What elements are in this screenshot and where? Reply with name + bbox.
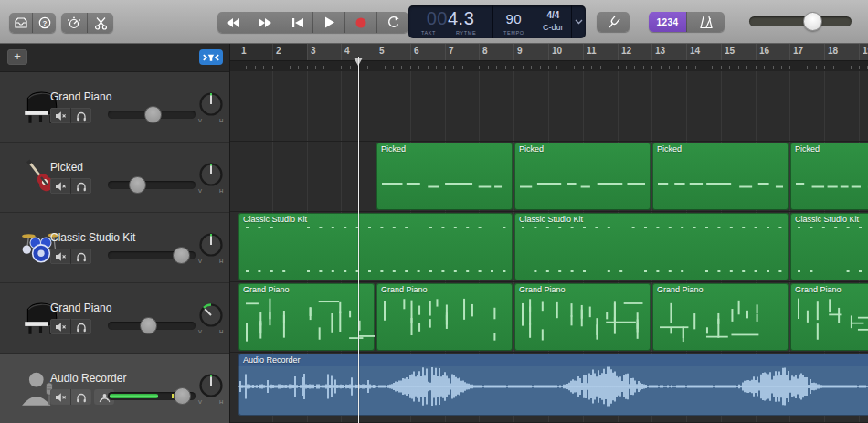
volume-knob[interactable] — [174, 387, 191, 405]
ruler-bar-separator — [272, 44, 273, 60]
pan-knob-dial — [199, 374, 223, 397]
mute-button[interactable] — [50, 319, 70, 334]
beat-tick — [833, 66, 834, 69]
master-volume-knob[interactable] — [803, 12, 822, 31]
volume-knob[interactable] — [144, 106, 162, 123]
region-picked-bar9[interactable]: Picked — [514, 143, 651, 210]
pan-knob[interactable] — [199, 303, 223, 331]
region-grand-piano-bar1[interactable]: Grand Piano — [238, 283, 375, 351]
ruler-bar-separator — [513, 44, 514, 60]
quick-help-button[interactable]: ? — [32, 13, 56, 33]
smart-controls-button[interactable] — [61, 13, 87, 33]
play-button[interactable] — [312, 12, 344, 33]
region-audio-recorder-bar1[interactable]: Audio Recorder — [238, 354, 868, 416]
track-volume-slider[interactable] — [108, 181, 196, 189]
region-picked-bar5[interactable]: Picked — [376, 143, 513, 210]
volume-knob[interactable] — [140, 317, 157, 334]
track-volume-slider[interactable] — [108, 111, 196, 119]
region-classic-studio-kit-bar1[interactable]: Classic Studio Kit — [238, 213, 513, 280]
mute-button[interactable] — [50, 389, 70, 405]
toolbar: ? — [0, 0, 868, 44]
solo-button[interactable] — [70, 249, 91, 264]
library-button[interactable] — [9, 13, 32, 33]
midi-note-preview — [790, 143, 868, 210]
region-grand-piano-bar13[interactable]: Grand Piano — [652, 283, 789, 351]
pan-right-label: H — [219, 399, 223, 405]
ruler-bar-number: 15 — [725, 46, 735, 56]
track-volume-slider[interactable] — [108, 392, 196, 400]
bar-ruler[interactable]: 12345678910111213141516171819 — [230, 44, 868, 71]
lcd-signature-section: 4/4 C-dur — [535, 5, 572, 38]
ruler-bar-number: 6 — [414, 46, 419, 56]
headphones-icon — [76, 322, 87, 333]
beat-tick — [626, 66, 627, 69]
region-classic-studio-kit-bar9[interactable]: Classic Studio Kit — [514, 213, 789, 280]
lcd-menu-button[interactable] — [571, 5, 586, 38]
mute-button[interactable] — [50, 108, 70, 123]
region-picked-bar13[interactable]: Picked — [652, 143, 789, 210]
beat-tick — [609, 66, 609, 69]
count-in-button[interactable]: 1234 — [649, 12, 686, 32]
master-volume-slider[interactable] — [749, 16, 852, 26]
track-header-classic-studio-kit-3[interactable]: Classic Studio KitVH — [0, 213, 229, 283]
mute-icon — [55, 181, 67, 192]
solo-button[interactable] — [70, 178, 91, 194]
solo-button[interactable] — [70, 389, 91, 405]
ruler-bar-separator — [479, 44, 480, 60]
go-to-beginning-button[interactable] — [281, 12, 312, 33]
region-grand-piano-bar17[interactable]: Grand Piano — [790, 283, 868, 351]
track-volume-slider[interactable] — [108, 251, 196, 259]
mute-button[interactable] — [50, 249, 70, 264]
volume-knob[interactable] — [129, 176, 146, 194]
track-header-grand-piano-4[interactable]: Grand PianoVH — [0, 283, 229, 354]
playhead-line[interactable] — [358, 57, 359, 423]
pan-knob-dial — [199, 163, 223, 186]
beat-tick — [764, 66, 765, 69]
lcd-tempo-section: 90 TEMPO — [492, 5, 535, 38]
beat-tick — [661, 66, 662, 69]
track-header-audio-recorder-5[interactable]: Audio RecorderVH — [0, 354, 229, 423]
add-track-button[interactable]: + — [7, 49, 27, 65]
ruler-bar-separator — [824, 44, 825, 60]
record-button[interactable] — [344, 12, 376, 33]
metronome-button[interactable] — [686, 12, 725, 32]
track-volume-slider[interactable] — [108, 322, 196, 330]
midi-note-preview — [514, 213, 789, 280]
pan-knob[interactable] — [199, 92, 223, 120]
fast-forward-button[interactable] — [249, 12, 281, 33]
ruler-bar-number: 10 — [552, 46, 562, 56]
region-picked-bar17[interactable]: Picked — [790, 143, 868, 210]
cycle-button[interactable] — [376, 12, 408, 33]
pan-knob[interactable] — [199, 163, 223, 190]
solo-button[interactable] — [70, 319, 91, 334]
rewind-button[interactable] — [217, 12, 249, 33]
volume-knob[interactable] — [173, 247, 190, 264]
editors-button[interactable] — [87, 13, 113, 33]
lcd-display[interactable]: 004.3 TAKT RYTME 90 TEMPO 4/4 C-dur — [408, 5, 586, 38]
panel-button-group — [61, 13, 113, 33]
ruler-bar-number: 16 — [759, 46, 769, 56]
beat-tick — [789, 66, 790, 69]
ruler-bar-number: 8 — [482, 46, 488, 56]
beat-tick — [281, 66, 281, 69]
beat-tick — [401, 66, 402, 69]
mute-icon — [55, 392, 67, 403]
region-grand-piano-bar9[interactable]: Grand Piano — [514, 283, 651, 351]
pan-knob[interactable] — [199, 233, 223, 260]
solo-button[interactable] — [70, 108, 91, 123]
track-header-picked-2[interactable]: PickedVH — [0, 143, 229, 213]
track-header-grand-piano-1[interactable]: Grand PianoVH — [0, 72, 229, 143]
pan-right-label: H — [219, 259, 223, 264]
ruler-bar-number: 2 — [276, 46, 281, 56]
region-grand-piano-bar5[interactable]: Grand Piano — [376, 283, 513, 351]
beat-tick — [410, 66, 411, 69]
help-icon: ? — [38, 16, 51, 29]
tuner-button[interactable] — [597, 12, 630, 32]
mute-button[interactable] — [50, 178, 70, 194]
catch-playhead-button[interactable] — [199, 49, 223, 65]
beat-tick — [272, 66, 273, 69]
pan-knob[interactable] — [199, 374, 223, 401]
ruler-bar-separator — [686, 44, 687, 60]
ruler-bar-number: 3 — [311, 46, 316, 56]
region-classic-studio-kit-bar17[interactable]: Classic Studio Kit — [790, 213, 868, 280]
